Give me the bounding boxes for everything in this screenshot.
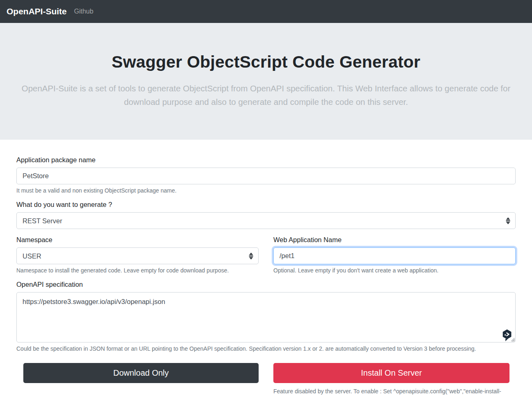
page-description: OpenAPI-Suite is a set of tools to gener… bbox=[15, 82, 517, 109]
webapp-name-help: Optional. Leave empty if you don't want … bbox=[273, 267, 516, 274]
install-on-server-button[interactable]: Install On Server bbox=[273, 363, 509, 383]
spec-help: Could be the specification in JSON forma… bbox=[16, 345, 516, 352]
generate-type-group: What do you want to generate ? REST Serv… bbox=[16, 201, 516, 229]
navbar: OpenAPI-Suite Github bbox=[0, 0, 532, 23]
webapp-name-input[interactable] bbox=[273, 247, 516, 264]
package-name-input[interactable] bbox=[16, 168, 516, 184]
install-button-col: Install On Server Feature disabled by th… bbox=[273, 363, 516, 395]
install-disabled-help: Feature disabled by the server. To enabl… bbox=[273, 388, 516, 395]
generate-type-label: What do you want to generate ? bbox=[16, 201, 112, 209]
hero-jumbotron: Swagger ObjectScript Code Generator Open… bbox=[0, 23, 532, 140]
package-name-label: Application package name bbox=[16, 156, 96, 164]
spec-textarea[interactable]: https://petstore3.swagger.io/api/v3/open… bbox=[16, 292, 516, 342]
package-name-help: It must be a valid and non existing Obje… bbox=[16, 187, 516, 194]
generate-type-select[interactable]: REST Server bbox=[16, 212, 516, 229]
navbar-brand[interactable]: OpenAPI-Suite bbox=[7, 7, 67, 16]
webapp-group: Web Application Name Optional. Leave emp… bbox=[273, 236, 516, 274]
hexagon-code-badge-icon[interactable] bbox=[501, 329, 513, 341]
namespace-select[interactable]: USER bbox=[16, 247, 259, 264]
namespace-help: Namespace to install the generated code.… bbox=[16, 267, 259, 274]
generator-form: Application package name It must be a va… bbox=[16, 140, 516, 395]
spec-group: OpenAPI specification https://petstore3.… bbox=[16, 281, 516, 352]
webapp-name-label: Web Application Name bbox=[273, 236, 342, 244]
namespace-group: Namespace USER Namespace to install the … bbox=[16, 236, 259, 274]
package-name-group: Application package name It must be a va… bbox=[16, 156, 516, 194]
spec-label: OpenAPI specification bbox=[16, 281, 83, 288]
namespace-label: Namespace bbox=[16, 236, 52, 244]
download-button-col: Download Only bbox=[16, 363, 259, 395]
navbar-link-github[interactable]: Github bbox=[74, 8, 93, 15]
download-only-button[interactable]: Download Only bbox=[23, 363, 259, 383]
page-title: Swagger ObjectScript Code Generator bbox=[15, 52, 517, 72]
